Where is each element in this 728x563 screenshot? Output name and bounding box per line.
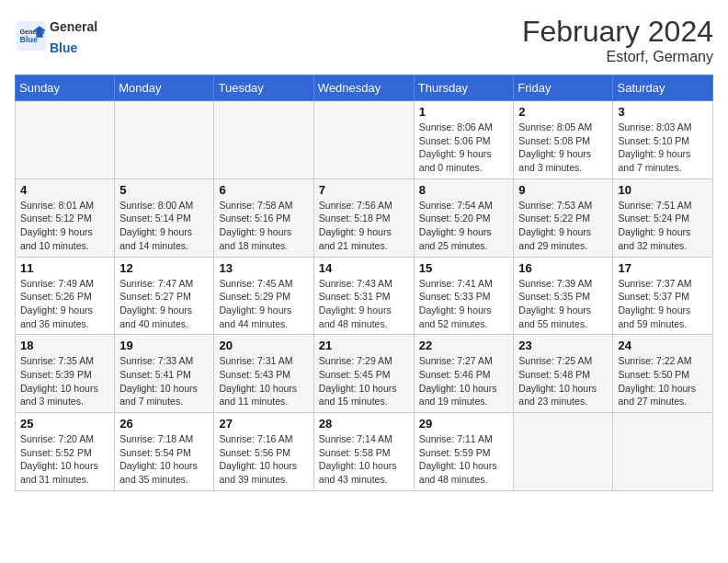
day-info: Sunrise: 7:54 AM Sunset: 5:20 PM Dayligh…: [419, 199, 509, 253]
calendar-cell: 20Sunrise: 7:31 AM Sunset: 5:43 PM Dayli…: [214, 335, 313, 413]
header: General Blue General Blue February 2024 …: [15, 15, 713, 65]
day-number: 23: [518, 339, 608, 352]
calendar-cell: [214, 101, 313, 179]
day-info: Sunrise: 7:27 AM Sunset: 5:46 PM Dayligh…: [419, 354, 509, 408]
calendar-cell: 4Sunrise: 8:01 AM Sunset: 5:12 PM Daylig…: [16, 178, 115, 257]
weekday-header-wednesday: Wednesday: [313, 75, 414, 101]
day-info: Sunrise: 7:29 AM Sunset: 5:45 PM Dayligh…: [319, 354, 409, 408]
calendar-cell: 17Sunrise: 7:37 AM Sunset: 5:37 PM Dayli…: [613, 257, 713, 335]
day-info: Sunrise: 8:05 AM Sunset: 5:08 PM Dayligh…: [518, 121, 608, 175]
day-info: Sunrise: 8:00 AM Sunset: 5:14 PM Dayligh…: [119, 199, 209, 253]
day-number: 12: [119, 261, 209, 275]
calendar-cell: 23Sunrise: 7:25 AM Sunset: 5:48 PM Dayli…: [514, 335, 613, 413]
day-info: Sunrise: 7:43 AM Sunset: 5:31 PM Dayligh…: [319, 277, 409, 331]
calendar-cell: [313, 101, 414, 179]
day-number: 13: [219, 261, 308, 275]
day-info: Sunrise: 7:45 AM Sunset: 5:29 PM Dayligh…: [219, 277, 308, 331]
svg-text:Blue: Blue: [19, 35, 38, 44]
day-info: Sunrise: 7:20 AM Sunset: 5:52 PM Dayligh…: [20, 432, 109, 487]
calendar-cell: 11Sunrise: 7:49 AM Sunset: 5:26 PM Dayli…: [16, 257, 115, 335]
day-number: 14: [319, 261, 409, 275]
day-number: 3: [618, 105, 708, 119]
day-number: 4: [20, 183, 109, 197]
calendar-week-1: 1Sunrise: 8:06 AM Sunset: 5:06 PM Daylig…: [16, 101, 713, 179]
day-info: Sunrise: 7:35 AM Sunset: 5:39 PM Dayligh…: [20, 354, 109, 408]
logo-blue: Blue: [50, 40, 77, 55]
calendar-week-5: 25Sunrise: 7:20 AM Sunset: 5:52 PM Dayli…: [16, 413, 713, 491]
calendar-cell: [613, 413, 713, 491]
day-info: Sunrise: 7:49 AM Sunset: 5:26 PM Dayligh…: [20, 277, 109, 331]
calendar-cell: 29Sunrise: 7:11 AM Sunset: 5:59 PM Dayli…: [414, 413, 514, 491]
weekday-header-monday: Monday: [115, 75, 214, 101]
day-info: Sunrise: 7:33 AM Sunset: 5:41 PM Dayligh…: [119, 354, 209, 408]
day-info: Sunrise: 8:01 AM Sunset: 5:12 PM Dayligh…: [20, 199, 109, 253]
calendar-cell: [16, 101, 115, 179]
day-number: 6: [219, 183, 308, 197]
day-number: 20: [219, 339, 308, 352]
calendar-cell: 10Sunrise: 7:51 AM Sunset: 5:24 PM Dayli…: [613, 178, 713, 257]
calendar-cell: 27Sunrise: 7:16 AM Sunset: 5:56 PM Dayli…: [214, 413, 313, 491]
weekday-header-friday: Friday: [514, 75, 613, 101]
day-number: 16: [518, 261, 608, 275]
day-number: 15: [419, 261, 509, 275]
day-info: Sunrise: 7:53 AM Sunset: 5:22 PM Dayligh…: [518, 199, 608, 253]
day-number: 7: [319, 183, 409, 197]
calendar-cell: 26Sunrise: 7:18 AM Sunset: 5:54 PM Dayli…: [115, 413, 214, 491]
logo: General Blue General Blue: [15, 15, 97, 57]
title-area: February 2024 Estorf, Germany: [522, 15, 713, 65]
day-number: 24: [618, 339, 708, 352]
day-number: 11: [20, 261, 109, 275]
calendar-cell: 3Sunrise: 8:03 AM Sunset: 5:10 PM Daylig…: [613, 101, 713, 179]
calendar-week-4: 18Sunrise: 7:35 AM Sunset: 5:39 PM Dayli…: [16, 335, 713, 413]
logo-general: General: [50, 19, 97, 34]
calendar-body: 1Sunrise: 8:06 AM Sunset: 5:06 PM Daylig…: [16, 101, 713, 491]
calendar-cell: 8Sunrise: 7:54 AM Sunset: 5:20 PM Daylig…: [414, 178, 514, 257]
day-number: 29: [419, 417, 509, 431]
calendar-cell: [514, 413, 613, 491]
day-info: Sunrise: 7:39 AM Sunset: 5:35 PM Dayligh…: [518, 277, 608, 331]
weekday-header-thursday: Thursday: [414, 75, 514, 101]
day-number: 25: [20, 417, 109, 431]
calendar-cell: 18Sunrise: 7:35 AM Sunset: 5:39 PM Dayli…: [16, 335, 115, 413]
day-info: Sunrise: 7:18 AM Sunset: 5:54 PM Dayligh…: [119, 432, 209, 487]
calendar-cell: 28Sunrise: 7:14 AM Sunset: 5:58 PM Dayli…: [313, 413, 414, 491]
day-info: Sunrise: 7:16 AM Sunset: 5:56 PM Dayligh…: [219, 432, 308, 487]
day-number: 19: [119, 339, 209, 352]
day-number: 22: [419, 339, 509, 352]
calendar-cell: 9Sunrise: 7:53 AM Sunset: 5:22 PM Daylig…: [514, 178, 613, 257]
calendar-week-3: 11Sunrise: 7:49 AM Sunset: 5:26 PM Dayli…: [16, 257, 713, 335]
weekday-header-saturday: Saturday: [613, 75, 713, 101]
calendar-cell: 5Sunrise: 8:00 AM Sunset: 5:14 PM Daylig…: [115, 178, 214, 257]
weekday-header-sunday: Sunday: [16, 75, 115, 101]
day-number: 10: [618, 183, 708, 197]
day-number: 2: [518, 105, 608, 119]
calendar-cell: 1Sunrise: 8:06 AM Sunset: 5:06 PM Daylig…: [414, 101, 514, 179]
day-info: Sunrise: 8:03 AM Sunset: 5:10 PM Dayligh…: [618, 121, 708, 175]
day-info: Sunrise: 7:31 AM Sunset: 5:43 PM Dayligh…: [219, 354, 308, 408]
day-number: 9: [518, 183, 608, 197]
calendar-week-2: 4Sunrise: 8:01 AM Sunset: 5:12 PM Daylig…: [16, 178, 713, 257]
day-info: Sunrise: 7:11 AM Sunset: 5:59 PM Dayligh…: [419, 432, 509, 487]
day-info: Sunrise: 7:58 AM Sunset: 5:16 PM Dayligh…: [219, 199, 308, 253]
calendar-cell: 16Sunrise: 7:39 AM Sunset: 5:35 PM Dayli…: [514, 257, 613, 335]
calendar-cell: 15Sunrise: 7:41 AM Sunset: 5:33 PM Dayli…: [414, 257, 514, 335]
day-number: 26: [119, 417, 209, 431]
calendar-cell: 22Sunrise: 7:27 AM Sunset: 5:46 PM Dayli…: [414, 335, 514, 413]
month-title: February 2024: [522, 15, 713, 49]
day-info: Sunrise: 7:25 AM Sunset: 5:48 PM Dayligh…: [518, 354, 608, 408]
logo-icon: General Blue: [15, 19, 48, 52]
day-info: Sunrise: 7:41 AM Sunset: 5:33 PM Dayligh…: [419, 277, 509, 331]
calendar-cell: 19Sunrise: 7:33 AM Sunset: 5:41 PM Dayli…: [115, 335, 214, 413]
calendar-cell: 25Sunrise: 7:20 AM Sunset: 5:52 PM Dayli…: [16, 413, 115, 491]
day-number: 18: [20, 339, 109, 352]
day-info: Sunrise: 7:22 AM Sunset: 5:50 PM Dayligh…: [618, 354, 708, 408]
day-number: 8: [419, 183, 509, 197]
calendar-cell: 6Sunrise: 7:58 AM Sunset: 5:16 PM Daylig…: [214, 178, 313, 257]
calendar-cell: 2Sunrise: 8:05 AM Sunset: 5:08 PM Daylig…: [514, 101, 613, 179]
day-info: Sunrise: 8:06 AM Sunset: 5:06 PM Dayligh…: [419, 121, 509, 175]
day-info: Sunrise: 7:14 AM Sunset: 5:58 PM Dayligh…: [319, 432, 409, 487]
calendar-cell: 24Sunrise: 7:22 AM Sunset: 5:50 PM Dayli…: [613, 335, 713, 413]
day-number: 17: [618, 261, 708, 275]
day-number: 21: [319, 339, 409, 352]
day-info: Sunrise: 7:37 AM Sunset: 5:37 PM Dayligh…: [618, 277, 708, 331]
